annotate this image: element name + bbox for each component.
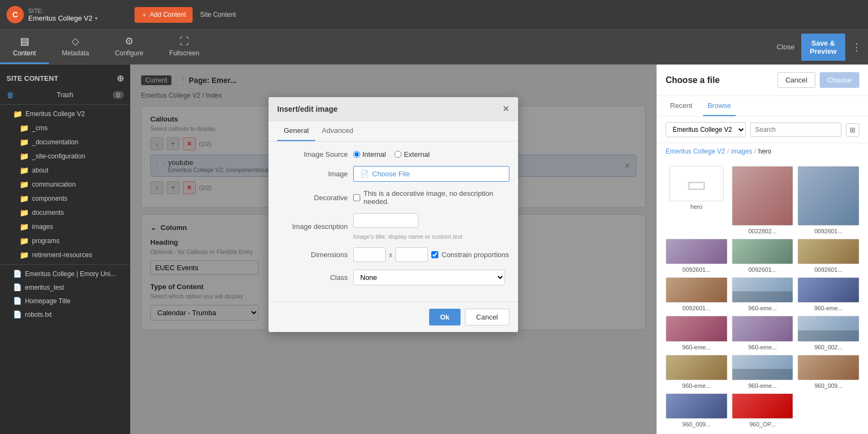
sidebar-item-emeritus-test[interactable]: 📄 emeritus_test (0, 280, 130, 294)
breadcrumb-root[interactable]: Emeritus College V2 (666, 148, 725, 155)
sidebar-item-robots[interactable]: 📄 robots.txt (0, 308, 130, 321)
file-item-15[interactable]: 960_OP... (732, 393, 794, 427)
file-item-1[interactable]: 0092601... (797, 166, 859, 234)
tab-fullscreen[interactable]: ⛶ Fullscreen (156, 30, 212, 64)
sidebar-header: SITE CONTENT ⊕ (0, 69, 130, 88)
image-thumb (797, 239, 859, 264)
file-item-6[interactable]: 960-eme... (732, 277, 794, 311)
sidebar-item-components[interactable]: 📁 components (0, 192, 130, 206)
decorative-checkbox[interactable] (353, 194, 360, 201)
breadcrumb-images[interactable]: images (731, 148, 752, 155)
folder-icon: 📁 (20, 152, 29, 161)
file-item-13[interactable]: 960_009... (797, 355, 859, 389)
close-button[interactable]: Close (770, 43, 801, 51)
dialog-title: Insert/edit image (277, 105, 337, 113)
class-row: Class None (277, 270, 509, 285)
sidebar-item-homepage-title[interactable]: 📄 Homepage Title (0, 294, 130, 308)
image-desc-label: Image description (277, 222, 348, 231)
add-site-content-icon[interactable]: ⊕ (117, 73, 124, 84)
image-thumb (732, 316, 794, 341)
file-name: 0092601... (682, 266, 711, 273)
image-desc-controls: Image's title, display name or custom te… (353, 213, 509, 240)
sidebar-item-trash[interactable]: 🗑 Trash 0 (0, 88, 130, 102)
chooser-tab-recent[interactable]: Recent (666, 96, 697, 116)
file-item-4[interactable]: 0092601... (797, 239, 859, 273)
folder-icon: 📁 (20, 251, 29, 259)
choose-file-button[interactable]: 📄 Choose File (353, 166, 509, 182)
dialog-tab-general[interactable]: General (277, 121, 315, 141)
file-item-11[interactable]: 960-eme... (666, 355, 727, 389)
file-item-hero[interactable]: ▭ hero (666, 166, 727, 234)
file-item-2[interactable]: 0092601... (666, 239, 727, 273)
tab-configure[interactable]: ⚙ Configure (102, 30, 156, 64)
sidebar-item-programs[interactable]: 📁 programs (0, 234, 130, 248)
dialog-close-button[interactable]: ✕ (502, 104, 509, 114)
site-content-button[interactable]: Site Content (197, 8, 239, 22)
sidebar-item-cms[interactable]: 📁 _cms (0, 121, 130, 135)
file-item-9[interactable]: 960-eme... (732, 316, 794, 350)
file-name: 960_002... (814, 344, 843, 350)
internal-radio-label[interactable]: Internal (353, 150, 386, 158)
more-options-button[interactable]: ⋮ (845, 41, 868, 53)
class-select[interactable]: None (353, 270, 505, 285)
site-dropdown[interactable]: Emeritus College V2 (666, 122, 746, 137)
tab-metadata[interactable]: ◇ Metadata (49, 30, 102, 64)
folder-icon: 📁 (13, 110, 22, 118)
chooser-choose-button[interactable]: Choose (820, 72, 859, 88)
file-item-5[interactable]: 0092601... (666, 277, 727, 311)
dimensions-x-label: x (389, 251, 392, 259)
internal-radio[interactable] (353, 151, 360, 158)
external-radio-label[interactable]: External (394, 150, 430, 158)
sidebar-item-images[interactable]: 📁 images (0, 220, 130, 234)
constrain-label[interactable]: Constrain proportions (431, 251, 509, 259)
file-item-7[interactable]: 960-eme... (797, 277, 859, 311)
site-selector[interactable]: Emeritus College V2 ▾ (28, 14, 98, 22)
site-label: SITE: (28, 8, 98, 14)
sidebar-item-communication[interactable]: 📁 communication (0, 177, 130, 192)
image-desc-input[interactable] (353, 213, 418, 228)
sidebar-item-emeritus-page[interactable]: 📄 Emeritus College | Emory Uni... (0, 267, 130, 280)
file-item-14[interactable]: 960_009... (666, 393, 727, 427)
cancel-button[interactable]: Cancel (465, 309, 509, 326)
sidebar-item-emeritus[interactable]: 📁 Emeritus College V2 (0, 107, 130, 121)
image-thumb (666, 393, 727, 419)
dimensions-label: Dimensions (277, 251, 348, 259)
ok-button[interactable]: Ok (429, 309, 460, 326)
width-input[interactable] (353, 247, 386, 262)
top-bar: C SITE: Emeritus College V2 ▾ ＋ Add Cont… (0, 0, 868, 30)
folder-icon: 📁 (20, 124, 29, 132)
file-item-12[interactable]: 960-eme... (732, 355, 794, 389)
image-thumb (666, 355, 727, 380)
file-grid: ▭ hero 0022802... 0092601... 0092601... … (657, 159, 868, 434)
chevron-down-icon: ▾ (95, 15, 98, 21)
file-item-10[interactable]: 960_002... (797, 316, 859, 350)
logo-icon: C (7, 6, 24, 23)
image-thumb (797, 277, 859, 303)
file-name: 960-eme... (748, 344, 777, 350)
chooser-cancel-button[interactable]: Cancel (777, 72, 815, 88)
external-radio[interactable] (394, 151, 401, 158)
tab-content[interactable]: ▤ Content (0, 30, 49, 64)
save-preview-button[interactable]: Save &Preview (801, 34, 845, 61)
image-source-row: Image Source Internal External (277, 150, 509, 158)
file-item-8[interactable]: 960-eme... (666, 316, 727, 350)
image-thumb (732, 355, 794, 380)
grid-view-button[interactable]: ⊞ (846, 123, 859, 137)
file-item-3[interactable]: 0092601... (732, 239, 794, 273)
sidebar-item-documents[interactable]: 📁 documents (0, 206, 130, 220)
search-input[interactable] (750, 123, 841, 137)
dialog-tab-advanced[interactable]: Advanced (315, 121, 360, 141)
sidebar-item-retirement[interactable]: 📁 retirement-resources (0, 248, 130, 262)
sidebar-item-documentation[interactable]: 📁 _documentation (0, 135, 130, 149)
image-desc-hint: Image's title, display name or custom te… (353, 233, 462, 240)
height-input[interactable] (395, 247, 428, 262)
add-content-button[interactable]: ＋ Add Content (135, 7, 193, 23)
constrain-checkbox[interactable] (431, 251, 438, 258)
sidebar-item-about[interactable]: 📁 about (0, 163, 130, 177)
file-item-0[interactable]: 0022802... (732, 166, 794, 234)
decorative-checkbox-label[interactable]: This is a decorative image, no descripti… (353, 189, 509, 206)
content-icon: ▤ (20, 35, 29, 47)
sidebar-item-site-config[interactable]: 📁 _site-configuration (0, 149, 130, 163)
chooser-tab-browse[interactable]: Browse (703, 96, 735, 116)
image-controls: 📄 Choose File (353, 166, 509, 182)
